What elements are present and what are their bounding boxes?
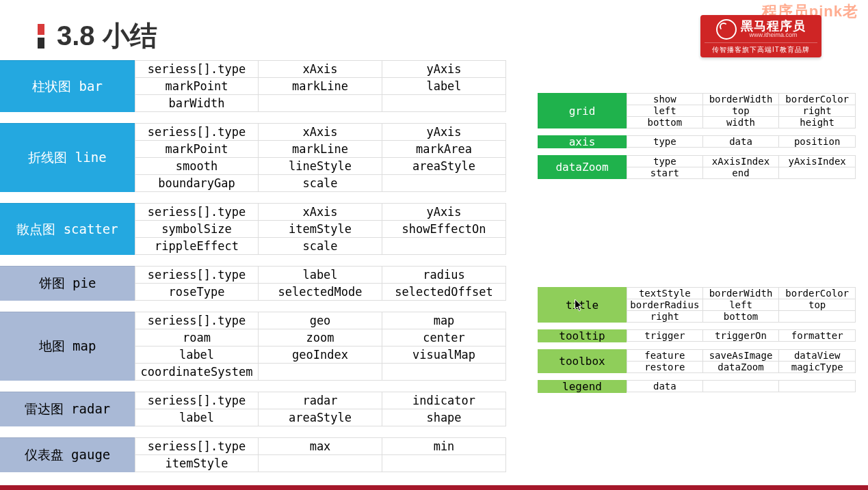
property-cell: yAxis <box>382 203 506 221</box>
property-cell: seriess[].type <box>135 312 259 329</box>
common-options-table-b: titletextStyleborderWidthborderColorbord… <box>538 287 856 400</box>
option-cell: borderRadius <box>627 299 703 311</box>
property-cell: lineStyle <box>259 158 382 175</box>
option-cell: yAxisIndex <box>779 155 856 167</box>
property-cell: zoom <box>259 329 382 346</box>
heading-text: 3.8 小结 <box>57 17 157 55</box>
option-cell: dataView <box>779 349 856 362</box>
property-cell: seriess[].type <box>135 392 259 409</box>
property-cell: indicator <box>382 392 506 409</box>
property-cell: rippleEffect <box>135 238 259 255</box>
option-cell <box>779 380 856 392</box>
property-cell: showEffectOn <box>382 221 506 238</box>
option-group-label: toolbox <box>538 349 627 373</box>
property-cell <box>382 238 506 255</box>
property-cell <box>382 95 506 112</box>
property-cell <box>259 95 382 112</box>
property-cell: xAxis <box>259 60 382 78</box>
option-cell <box>779 311 856 323</box>
option-cell: bottom <box>627 117 703 128</box>
property-cell <box>382 455 506 472</box>
option-cell: borderWidth <box>703 93 780 105</box>
mouse-cursor-icon <box>575 299 583 312</box>
chart-type-label: 饼图 pie <box>0 266 135 301</box>
brand-logo: 黑马程序员 www.itheima.com 传智播客旗下高端IT教育品牌 <box>700 15 821 57</box>
option-cell: bottom <box>703 311 780 323</box>
property-cell: label <box>382 78 506 95</box>
option-cell: right <box>779 105 856 117</box>
property-cell: markArea <box>382 141 506 158</box>
option-cell <box>703 380 780 392</box>
property-cell <box>382 175 506 192</box>
property-cell: radar <box>259 392 382 409</box>
property-cell: markLine <box>259 141 382 158</box>
property-cell: xAxis <box>259 123 382 141</box>
option-cell: borderColor <box>779 93 856 105</box>
chart-type-label: 地图 map <box>0 312 135 381</box>
option-cell: borderColor <box>779 287 856 299</box>
option-cell: borderWidth <box>703 287 780 299</box>
option-cell: start <box>627 167 703 179</box>
property-cell: map <box>382 312 506 329</box>
option-cell <box>779 167 856 179</box>
chart-type-label: 雷达图 radar <box>0 392 135 426</box>
option-cell: textStyle <box>627 287 703 299</box>
option-cell: saveAsImage <box>703 349 780 362</box>
property-cell: radius <box>382 266 506 284</box>
property-cell: selectedMode <box>259 284 382 301</box>
option-cell: top <box>703 105 780 117</box>
option-cell: position <box>779 135 856 148</box>
property-cell: xAxis <box>259 203 382 221</box>
brand-domain: www.itheima.com <box>741 32 806 39</box>
slide-heading: 3.8 小结 <box>38 17 157 55</box>
option-cell: height <box>779 117 856 128</box>
property-cell: seriess[].type <box>135 437 259 455</box>
heading-accent-icon <box>38 38 44 49</box>
property-cell: seriess[].type <box>135 266 259 284</box>
chart-type-label: 仪表盘 gauge <box>0 437 135 472</box>
option-cell: dataZoom <box>703 362 780 373</box>
property-cell: geo <box>259 312 382 329</box>
option-cell: end <box>703 167 780 179</box>
option-group-label: axis <box>538 135 627 148</box>
option-group-label: legend <box>538 380 627 393</box>
property-cell: seriess[].type <box>135 123 259 141</box>
option-cell: data <box>627 380 703 392</box>
property-cell: seriess[].type <box>135 203 259 221</box>
option-cell: formatter <box>779 329 856 342</box>
option-cell: restore <box>627 362 703 373</box>
option-group-label: dataZoom <box>538 155 627 179</box>
option-cell: trigger <box>627 329 703 342</box>
property-cell: markLine <box>259 78 382 95</box>
property-cell: itemStyle <box>259 221 382 238</box>
property-cell: boundaryGap <box>135 175 259 192</box>
chart-type-label: 折线图 line <box>0 123 135 192</box>
property-cell: visualMap <box>382 346 506 364</box>
option-cell: magicType <box>779 362 856 373</box>
chart-type-label: 柱状图 bar <box>0 60 135 112</box>
property-cell: areaStyle <box>382 158 506 175</box>
property-cell: yAxis <box>382 60 506 78</box>
property-cell <box>259 455 382 472</box>
heading-accent-icon <box>38 24 44 35</box>
option-cell: width <box>703 117 780 128</box>
property-cell <box>259 364 382 381</box>
chart-types-table: 柱状图 barseriess[].typexAxisyAxismarkPoint… <box>0 60 506 472</box>
property-cell: scale <box>259 238 382 255</box>
property-cell: scale <box>259 175 382 192</box>
property-cell: seriess[].type <box>135 60 259 78</box>
option-cell: left <box>703 299 780 311</box>
property-cell: geoIndex <box>259 346 382 364</box>
property-cell: smooth <box>135 158 259 175</box>
option-group-label: tooltip <box>538 329 627 342</box>
option-cell: show <box>627 93 703 105</box>
property-cell: label <box>135 409 259 426</box>
option-cell: xAxisIndex <box>703 155 780 167</box>
option-cell: type <box>627 155 703 167</box>
option-cell: type <box>627 135 703 148</box>
property-cell: markPoint <box>135 141 259 158</box>
property-cell: label <box>259 266 382 284</box>
property-cell: min <box>382 437 506 455</box>
common-options-table-a: gridshowborderWidthborderColorlefttoprig… <box>538 93 856 186</box>
property-cell: selectedOffset <box>382 284 506 301</box>
